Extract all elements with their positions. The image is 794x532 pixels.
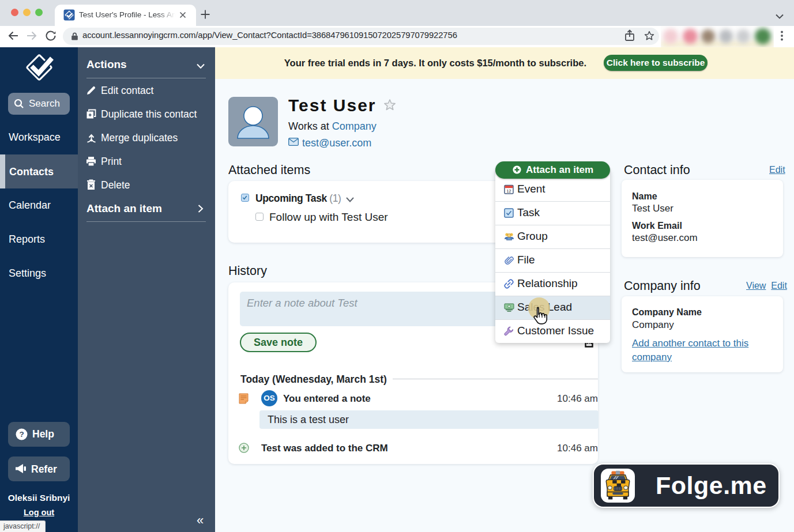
svg-text:12: 12: [507, 189, 511, 193]
svg-text:?: ?: [19, 430, 24, 439]
